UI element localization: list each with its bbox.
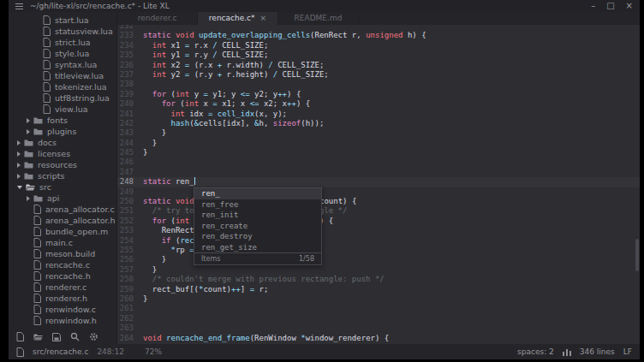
tree-item-renderer-h[interactable]: renderer.h	[9, 293, 116, 304]
tree-item-syntax-lua[interactable]: syntax.lua	[9, 59, 116, 70]
tree-item-start-lua[interactable]: start.lua	[9, 15, 116, 26]
code-line[interactable]: 257 }	[117, 265, 640, 275]
tree-item-plugins[interactable]: plugins	[9, 126, 116, 137]
chevron-down-icon	[17, 186, 22, 189]
file-icon	[43, 38, 51, 47]
chevron-right-icon	[17, 151, 21, 157]
tree-item-main-c[interactable]: main.c	[9, 237, 116, 248]
line-number: 249	[117, 187, 143, 197]
tree-item-src[interactable]: src	[9, 181, 116, 193]
tab-label: rencache.c*	[209, 12, 255, 25]
tree-item-renderer-c[interactable]: renderer.c	[9, 282, 116, 293]
tree-item-scripts[interactable]: scripts	[9, 170, 116, 181]
folder-icon	[33, 194, 43, 202]
code-line[interactable]: 232	[117, 25, 640, 31]
autocomplete-item-ren[interactable]: ren_	[194, 188, 321, 199]
code-line[interactable]: 238	[117, 80, 640, 89]
code-line[interactable]: 262	[117, 314, 640, 323]
tree-item-label: arena_allocator.c	[45, 205, 115, 214]
line-text: for (int y = y1; y <= y2; y++) {	[143, 90, 640, 99]
autocomplete-item-ren-init[interactable]: ren_init	[194, 210, 321, 221]
tree-item-rencache-c[interactable]: rencache.c	[9, 259, 116, 270]
code-line[interactable]: 233static void update_overlapping_cells(…	[117, 31, 640, 40]
code-line[interactable]: 246	[117, 157, 640, 167]
autocomplete-item-ren-destroy[interactable]: ren_destroy	[194, 231, 321, 242]
code-line[interactable]: 248static ren_	[117, 177, 640, 187]
line-text: rect_buf[(*count)++] = r;	[143, 285, 640, 294]
code-line[interactable]: 242 hash(&cells[idx], &h, sizeof(h));	[117, 119, 640, 128]
save-icon[interactable]	[52, 333, 61, 341]
status-line-ending[interactable]: LF	[623, 347, 632, 356]
search-icon[interactable]	[70, 332, 80, 341]
open-folder-icon[interactable]	[33, 333, 43, 341]
tree-item-docs[interactable]: docs	[9, 137, 116, 148]
file-icon	[43, 82, 51, 92]
tree-item-fonts[interactable]: fonts	[9, 115, 116, 126]
file-tree: start.luastatusview.luastrict.luastyle.l…	[9, 12, 116, 326]
code-line[interactable]: 244 }	[117, 139, 640, 148]
folder-icon	[26, 183, 35, 191]
tab-rencache-c[interactable]: rencache.c*×	[198, 12, 278, 25]
code-line[interactable]: 237 int y2 = (r.y + r.height) / CELL_SIZ…	[117, 70, 640, 80]
code-line[interactable]: 258 /* couldn't merge with previous rect…	[117, 275, 640, 284]
minimize-button[interactable]: –	[591, 0, 595, 12]
code-line[interactable]: 239 for (int y = y1; y <= y2; y++) {	[117, 90, 640, 99]
autocomplete-items: ren_ren_freeren_initren_createren_destro…	[194, 188, 321, 252]
code-line[interactable]: 236 int x2 = (r.x + r.width) / CELL_SIZE…	[117, 61, 640, 70]
tree-item-strict-lua[interactable]: strict.lua	[9, 37, 116, 48]
file-icon	[43, 60, 51, 69]
file-icon	[43, 27, 51, 36]
tab-close-icon[interactable]: ×	[260, 12, 267, 25]
line-number: 239	[117, 90, 143, 99]
file-icon	[43, 104, 51, 114]
tree-item-renwindow-c[interactable]: renwindow.c	[9, 304, 116, 315]
tree-item-view-lua[interactable]: view.lua	[9, 104, 116, 115]
menu-icon[interactable]	[15, 3, 23, 9]
tree-item-arena-allocator-c[interactable]: arena_allocator.c	[9, 204, 116, 215]
tree-item-rencache-h[interactable]: rencache.h	[9, 270, 116, 282]
tab-renderer-c[interactable]: renderer.c	[117, 12, 198, 25]
new-file-icon[interactable]	[16, 332, 24, 341]
tree-item-statusview-lua[interactable]: statusview.lua	[9, 26, 116, 37]
editor-scrollbar-thumb[interactable]	[635, 239, 639, 271]
settings-icon[interactable]	[89, 332, 98, 341]
tree-item-titleview-lua[interactable]: titleview.lua	[9, 70, 116, 81]
tree-item-api[interactable]: api	[9, 193, 116, 204]
tree-item-arena-allocator-h[interactable]: arena_allocator.h	[9, 215, 116, 226]
code-line[interactable]: 245}	[117, 148, 640, 157]
tree-item-bundle-open-m[interactable]: bundle_open.m	[9, 226, 116, 237]
code-line[interactable]: 260}	[117, 294, 640, 304]
code-line[interactable]: 240 for (int x = x1; x <= x2; x++) {	[117, 99, 640, 109]
code-line[interactable]: 259 rect_buf[(*count)++] = r;	[117, 285, 640, 294]
code-line[interactable]: 261	[117, 304, 640, 313]
tree-item-licenses[interactable]: licenses	[9, 148, 116, 159]
tree-item-meson-build[interactable]: meson.build	[9, 248, 116, 259]
tree-item-resources[interactable]: resources	[9, 159, 116, 170]
tree-item-label: rencache.h	[45, 271, 91, 281]
tab-readme-md[interactable]: README.md	[278, 12, 359, 25]
chart-icon	[563, 348, 571, 356]
code-line[interactable]: 234 int x1 = r.x / CELL_SIZE;	[117, 41, 640, 50]
line-number: 235	[117, 50, 143, 60]
status-indent-mode[interactable]: spaces: 2	[517, 347, 554, 356]
tree-item-label: rencache.c	[45, 260, 90, 270]
code-editor[interactable]: 232233static void update_overlapping_cel…	[117, 25, 640, 344]
code-line[interactable]: 247	[117, 168, 640, 177]
code-line[interactable]: 243 }	[117, 128, 640, 138]
autocomplete-item-ren-free[interactable]: ren_free	[194, 199, 321, 211]
line-number: 256	[117, 255, 143, 264]
autocomplete-item-ren-create[interactable]: ren_create	[194, 221, 321, 232]
code-line[interactable]: 235 int y1 = r.y / CELL_SIZE;	[117, 50, 640, 60]
close-button[interactable]: ×	[626, 0, 633, 12]
tree-item-tokenizer-lua[interactable]: tokenizer.lua	[9, 81, 116, 92]
tree-item-utf8string-lua[interactable]: utf8string.lua	[9, 92, 116, 104]
code-line[interactable]: 264void rencache_end_frame(RenWindow *wi…	[117, 334, 640, 343]
tree-item-renwindow-h[interactable]: renwindow.h	[9, 315, 116, 326]
autocomplete-item-ren-get-size[interactable]: ren_get_size	[194, 242, 321, 253]
code-line[interactable]: 263	[117, 323, 640, 333]
code-line[interactable]: 241 int idx = cell_idx(x, y);	[117, 110, 640, 119]
line-number: 247	[117, 168, 143, 177]
status-scroll-percent: 72%	[145, 347, 162, 356]
maximize-button[interactable]: □	[606, 0, 614, 12]
tree-item-style-lua[interactable]: style.lua	[9, 48, 116, 59]
